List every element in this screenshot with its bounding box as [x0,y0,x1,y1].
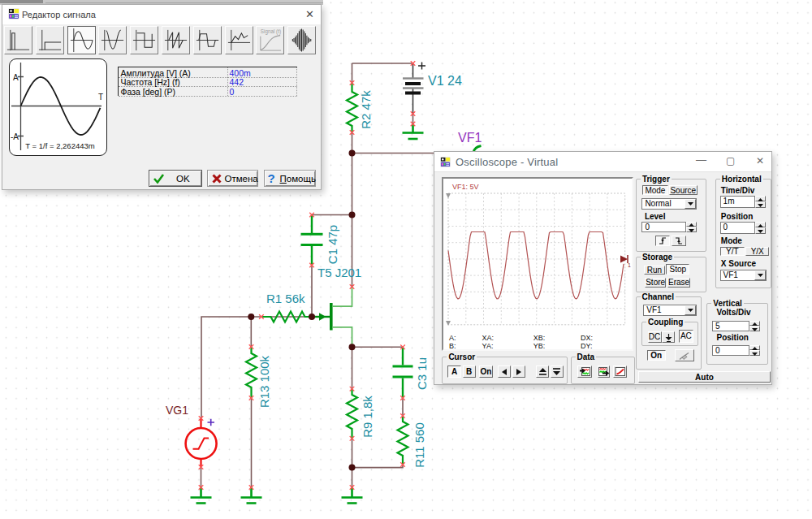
svg-text:DX:: DX: [581,334,593,342]
svg-text:T: T [98,93,103,102]
svg-text:R9 1,8k: R9 1,8k [361,396,374,438]
svg-text:VF1: 5V: VF1: 5V [452,183,479,191]
svg-text:R11 560: R11 560 [412,422,426,468]
svg-text:A:: A: [449,334,456,342]
svg-text:VG1: VG1 [166,404,188,417]
svg-text:R13 100k: R13 100k [257,355,271,408]
svg-text:A: A [13,73,19,82]
svg-text:R1 56k: R1 56k [266,292,305,305]
svg-text:1: 1 [628,262,631,268]
svg-text:T5 J201: T5 J201 [317,266,361,279]
svg-text:YA:: YA: [482,342,494,350]
svg-text:XA:: XA: [482,334,495,342]
svg-text:C3 1u: C3 1u [415,357,429,390]
svg-text:C1 47p: C1 47p [326,225,339,264]
svg-text:B:: B: [449,342,456,350]
svg-text:V1 24: V1 24 [428,74,462,88]
svg-text:DY:: DY: [581,342,593,350]
svg-text:-A: -A [11,132,19,141]
svg-text:R2 47k: R2 47k [359,90,373,129]
svg-text:XB:: XB: [533,334,546,342]
svg-text:VF1: VF1 [458,131,482,145]
svg-text:T = 1/f = 2,262443m: T = 1/f = 2,262443m [25,141,94,150]
svg-text:YB:: YB: [533,342,546,350]
svg-text:Signal (t): Signal (t) [261,28,281,35]
